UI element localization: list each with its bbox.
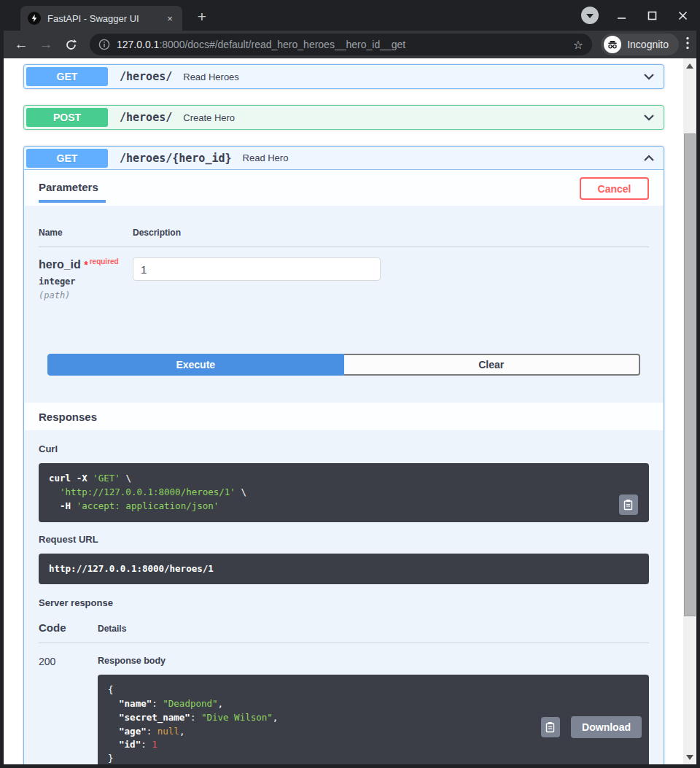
tab-strip: FastAPI - Swagger UI × + [4,0,696,31]
opblock-post-heroes: POST /heroes/ Create Hero [23,105,664,130]
parameter-type: integer [39,276,133,287]
minimize-button[interactable] [613,7,629,23]
responses-inner: Curl curl -X 'GET' \ 'http://127.0.0.1:8… [24,430,664,764]
server-response-table-header: Code Details [39,617,649,643]
response-body-label: Response body [98,656,649,666]
browser-window: FastAPI - Swagger UI × + ← → 127.0.0.1:8… [0,0,700,768]
parameter-location: (path) [39,290,133,300]
cancel-button[interactable]: Cancel [580,177,649,200]
server-response-label: Server response [39,597,649,608]
browser-tab[interactable]: FastAPI - Swagger UI × [20,6,182,31]
server-response-row: 200 Response body { "name": "Deadpond", … [39,643,649,764]
close-window-button[interactable] [674,7,691,23]
url-text[interactable]: 127.0.0.1:8000/docs#/default/read_hero_h… [117,39,567,50]
incognito-label: Incognito [627,39,669,50]
scroll-up-arrow-icon[interactable] [683,60,696,71]
tab-close-icon[interactable]: × [163,12,176,25]
scroll-down-arrow-icon[interactable] [683,751,696,763]
incognito-badge: Incognito [601,34,679,55]
request-url-label: Request URL [39,534,649,545]
window-menu-icon[interactable] [581,7,599,24]
download-button[interactable]: Download [571,716,642,738]
method-badge-get: GET [26,67,108,86]
page-info-icon[interactable] [98,39,110,50]
endpoint-summary: Create Hero [183,112,642,123]
reload-button[interactable] [61,34,81,55]
code-column-header: Code [39,621,98,634]
parameters-table: Name Description hero_id *required integ… [24,206,664,343]
opblock-post-heroes-header[interactable]: POST /heroes/ Create Hero [24,106,664,129]
description-column-header: Description [133,228,649,238]
new-tab-button[interactable]: + [192,7,211,26]
status-code: 200 [39,656,98,764]
request-url-block: http://127.0.0.1:8000/heroes/1 [39,554,649,585]
name-column-header: Name [39,228,133,238]
hero-id-input[interactable] [133,257,381,281]
method-badge-get: GET [26,149,108,168]
details-column-header: Details [98,624,649,634]
curl-label: Curl [39,443,649,454]
endpoint-summary: Read Heroes [183,71,642,82]
browser-menu-icon[interactable] [686,36,689,53]
parameters-section-header: Parameters Cancel [24,170,664,206]
browser-toolbar: ← → 127.0.0.1:8000/docs#/default/read_he… [4,31,696,58]
back-button[interactable]: ← [11,34,31,55]
tab-parameters[interactable]: Parameters [39,181,106,203]
clear-button[interactable]: Clear [344,354,641,376]
chevron-down-icon[interactable] [642,110,656,125]
scrollbar-thumb[interactable] [684,133,696,616]
execute-button[interactable]: Execute [47,354,344,376]
chevron-up-icon[interactable] [642,151,656,166]
fastapi-favicon-icon [28,12,41,25]
address-bar[interactable]: 127.0.0.1:8000/docs#/default/read_hero_h… [90,34,592,55]
maximize-button[interactable] [644,7,660,23]
copy-response-button[interactable] [541,717,560,737]
parameter-name: hero_id *required [39,257,133,271]
endpoint-path: /heroes/ [120,70,172,83]
bookmark-star-icon[interactable]: ☆ [573,38,583,52]
opblock-get-heroes-header[interactable]: GET /heroes/ Read Heroes [24,65,664,88]
execute-wrapper: Execute Clear [24,343,664,403]
response-body-block: { "name": "Deadpond", "secret_name": "Di… [98,675,649,764]
opblock-get-heroes: GET /heroes/ Read Heroes [23,64,664,89]
endpoint-path: /heroes/ [120,111,172,124]
responses-title: Responses [39,411,97,423]
method-badge-post: POST [26,108,108,127]
required-asterisk: * [84,259,88,271]
opblock-get-hero-by-id-header[interactable]: GET /heroes/{hero_id} Read Hero [24,147,664,170]
forward-button[interactable]: → [36,34,56,55]
endpoint-summary: Read Hero [243,152,642,163]
required-label: required [90,257,119,265]
page-scrollbar[interactable] [683,58,696,764]
endpoint-path: /heroes/{hero_id} [120,152,232,165]
incognito-icon [604,36,621,53]
curl-code-block: curl -X 'GET' \ 'http://127.0.0.1:8000/h… [39,463,649,521]
tab-title: FastAPI - Swagger UI [47,13,163,24]
responses-section-header: Responses [24,403,664,430]
chevron-down-icon[interactable] [642,69,656,84]
parameter-row: hero_id *required integer (path) [39,247,649,343]
active-tab-underline [39,200,106,203]
copy-curl-button[interactable] [619,494,638,515]
opblock-get-hero-by-id: GET /heroes/{hero_id} Read Hero Paramete… [23,146,664,764]
swagger-page: GET /heroes/ Read Heroes POST /heroes/ C… [4,58,696,764]
